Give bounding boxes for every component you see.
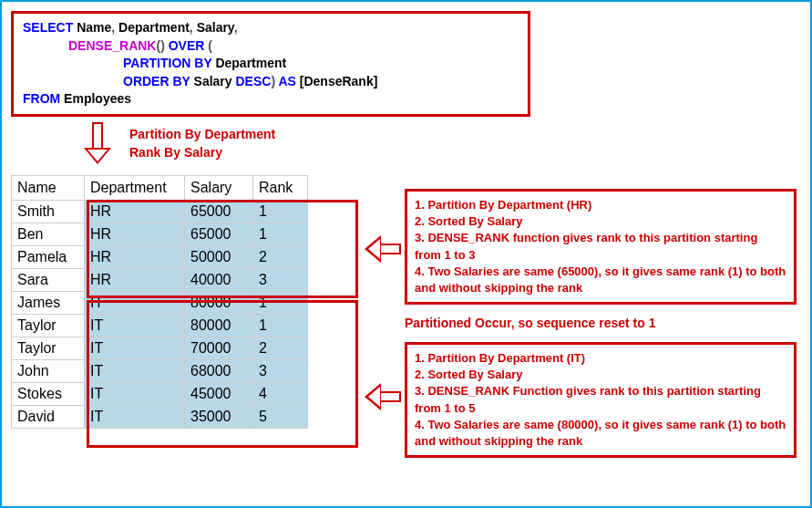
kw-over: OVER xyxy=(169,38,205,53)
table-header-row: Name Department Salary Rank xyxy=(12,175,308,200)
col-name: Name xyxy=(77,20,111,35)
partition-reset-label: Partitioned Occur, so sequence reset to … xyxy=(405,315,655,333)
diagram-container: SELECT Name, Department, Salary, DENSE_R… xyxy=(0,0,812,508)
th-name: Name xyxy=(12,175,85,200)
arrow-left-1-icon xyxy=(365,235,401,263)
arrow-down-label: Partition By Department Rank By Salary xyxy=(129,126,275,161)
sql-line-5: FROM Employees xyxy=(23,90,519,109)
kw-as: AS xyxy=(278,74,295,88)
kw-dense-rank: DENSE_RANK xyxy=(68,38,156,53)
table-row: DavidIT350005 xyxy=(12,405,308,428)
table-row: TaylorIT700002 xyxy=(12,337,308,359)
sql-line-2: DENSE_RANK() OVER ( xyxy=(23,37,519,56)
kw-select: SELECT xyxy=(23,20,73,35)
table-row: JohnIT680003 xyxy=(12,359,308,382)
table-row: StokesIT450004 xyxy=(12,382,308,405)
arrow-left-2-icon xyxy=(365,383,401,410)
table-row: JamesIT800001 xyxy=(12,291,308,314)
kw-partition-by: PARTITION BY xyxy=(123,56,212,70)
col-salary: Salary xyxy=(197,20,234,35)
hr-info-box: 1. Partition By Department (HR) 2. Sorte… xyxy=(405,189,797,305)
sql-query-box: SELECT Name, Department, Salary, DENSE_R… xyxy=(11,11,530,117)
kw-order-by: ORDER BY xyxy=(123,74,190,88)
it-info-box: 1. Partition By Department (IT) 2. Sorte… xyxy=(405,342,797,458)
th-rank: Rank xyxy=(253,175,308,200)
kw-desc: DESC xyxy=(235,74,271,88)
table-name: Employees xyxy=(64,91,131,106)
sql-line-1: SELECT Name, Department, Salary, xyxy=(23,19,519,37)
arrow-down-icon xyxy=(84,122,111,166)
th-dept: Department xyxy=(85,175,185,200)
table-row: BenHR650001 xyxy=(12,223,308,245)
th-salary: Salary xyxy=(185,175,253,200)
table-row: TaylorIT800001 xyxy=(12,314,308,337)
alias: [DenseRank] xyxy=(300,74,378,88)
arrow-down-section: Partition By Department Rank By Salary xyxy=(84,122,801,166)
kw-from: FROM xyxy=(23,91,60,106)
col-dept: Department xyxy=(118,20,190,35)
result-table-wrap: Name Department Salary Rank SmithHR65000… xyxy=(11,175,357,429)
table-row: SaraHR400003 xyxy=(12,268,308,291)
table-row: SmithHR650001 xyxy=(12,200,308,223)
sql-line-3: PARTITION BY Department xyxy=(23,55,519,73)
sql-line-4: ORDER BY Salary DESC) AS [DenseRank] xyxy=(23,73,519,91)
table-row: PamelaHR500002 xyxy=(12,245,308,268)
result-table: Name Department Salary Rank SmithHR65000… xyxy=(11,175,308,429)
